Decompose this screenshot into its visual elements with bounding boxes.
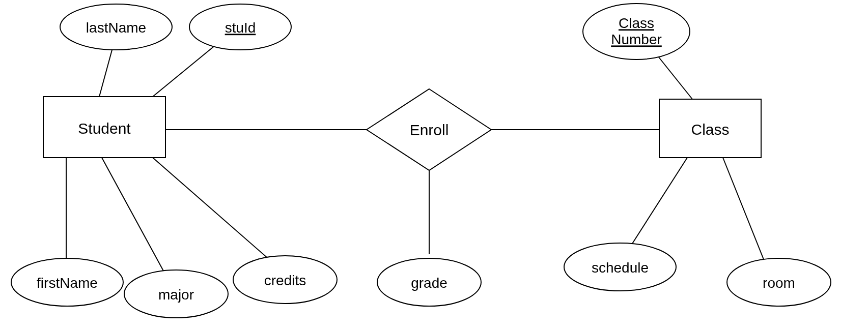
entity-student-label: Student	[78, 120, 131, 137]
conn-student-credits	[153, 158, 275, 264]
attr-grade-label: grade	[411, 275, 447, 291]
conn-student-major	[102, 158, 165, 275]
attr-credits-label: credits	[264, 273, 306, 288]
attr-room-label: room	[763, 275, 795, 291]
attr-stuid-label: stuId	[225, 20, 256, 36]
attr-classnumber-label2: Number	[611, 32, 662, 47]
attr-schedule-label: schedule	[592, 260, 649, 276]
attr-major-label: major	[158, 287, 194, 303]
conn-class-schedule	[629, 158, 687, 249]
attr-classnumber-label1: Class	[619, 15, 654, 31]
relationship-enroll-label: Enroll	[410, 122, 449, 138]
entity-class-label: Class	[691, 121, 729, 138]
conn-class-room	[723, 158, 764, 259]
er-diagram: Student Class Enroll lastName stuId firs…	[0, 0, 868, 330]
attr-firstname-label: firstName	[37, 275, 98, 291]
attr-lastname-label: lastName	[86, 20, 146, 36]
